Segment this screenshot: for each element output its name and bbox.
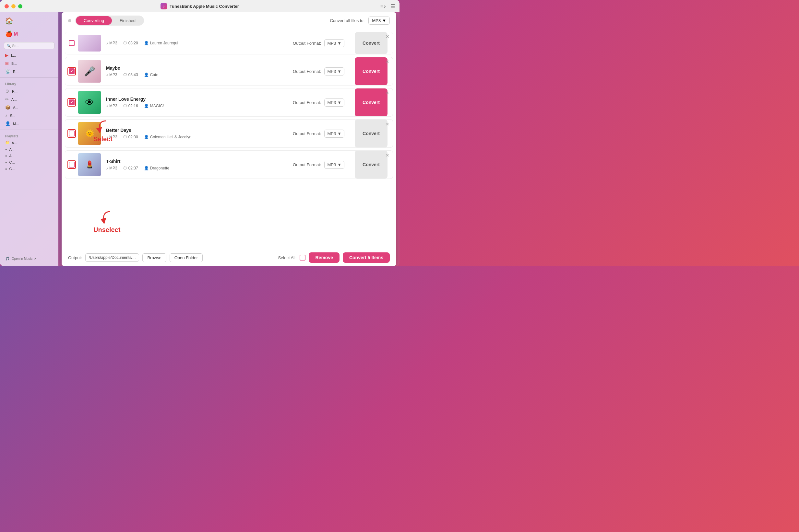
convert-all-button[interactable]: Convert 5 Items: [343, 252, 390, 263]
output-format-dropdown-2[interactable]: MP3 ▼: [324, 98, 344, 107]
title-bar-right: ≡♪ ☰: [380, 3, 395, 10]
sidebar-item-browse[interactable]: ⊞ B...: [0, 59, 58, 68]
sidebar-item-made-for-you[interactable]: 👤 M...: [0, 119, 58, 128]
app-window: ♪ TunesBank Apple Music Converter ≡♪ ☰ 🏠…: [0, 0, 399, 266]
playlist-icon-3: ≡: [5, 160, 7, 164]
song-checkbox-1[interactable]: ✓: [65, 57, 78, 85]
clock-icon: ⏱: [123, 104, 127, 108]
song-title-3: Better Days: [106, 128, 285, 133]
close-song-0[interactable]: ✕: [385, 34, 389, 39]
sidebar-logo: 🍎 M: [0, 28, 58, 40]
playlist-item-3[interactable]: ≡ A...: [0, 153, 58, 159]
song-info-1: Maybe ♪ MP3 ⏱ 03:43: [104, 57, 288, 85]
format-meta: ♪ MP3: [106, 166, 117, 170]
title-bar: ♪ TunesBank Apple Music Converter ≡♪ ☰: [0, 0, 399, 12]
open-in-music[interactable]: 🎵 Open in Music ↗: [0, 254, 58, 263]
converter-panel: Converting Finished Convert all files to…: [61, 12, 396, 266]
convert-all-format-select[interactable]: MP3 ▼: [368, 17, 390, 25]
sidebar: 🏠 🍎 M 🔍 Se... ▶ L... ⊞ B... 📡 R...: [0, 12, 58, 266]
folder-icon: 📁: [5, 140, 10, 145]
convert-button-3[interactable]: Convert: [355, 119, 387, 147]
person-icon: 👤: [144, 166, 149, 170]
music-note-icon: 🎵: [5, 256, 10, 261]
song-checkbox-3[interactable]: [65, 119, 78, 147]
close-song-3[interactable]: ✕: [385, 121, 389, 127]
chevron-down-icon: ▼: [382, 18, 386, 23]
output-format-dropdown-3[interactable]: MP3 ▼: [324, 130, 344, 138]
play-icon: ▶: [5, 53, 8, 58]
tab-converting[interactable]: Converting: [76, 16, 112, 25]
sidebar-item-artists[interactable]: ✏ A...: [0, 95, 58, 103]
song-meta-2: ♪ MP3 ⏱ 02:16 👤 MAGIC!: [106, 104, 285, 108]
app-icon: ♪: [161, 3, 167, 10]
duration-meta: ⏱ 03:20: [123, 41, 138, 45]
browse-button[interactable]: Browse: [142, 253, 166, 262]
music-note-icon: ♪: [106, 73, 108, 77]
clock-icon: ⏱: [123, 73, 127, 77]
sidebar-home-icon[interactable]: 🏠: [0, 15, 58, 26]
playlist-item-5[interactable]: ≡ C...: [0, 166, 58, 172]
convert-button-1[interactable]: Convert: [355, 57, 387, 85]
checkbox-4[interactable]: [69, 162, 75, 168]
sidebar-item-listen[interactable]: ▶ L...: [0, 51, 58, 59]
queue-icon[interactable]: ≡♪: [380, 3, 386, 10]
open-folder-button[interactable]: Open Folder: [169, 253, 203, 262]
song-card-0: ♪ MP3 ⏱ 03:20 👤 Lauren Jauregui: [65, 32, 393, 54]
tab-group: Converting Finished: [75, 16, 144, 25]
output-path: /Users/apple/Documents/...: [85, 253, 140, 262]
format-meta: ♪ MP3: [106, 135, 117, 139]
song-checkbox-4[interactable]: [65, 151, 78, 178]
song-card-4: 💄 T-Shirt ♪ MP3 ⏱ 02:: [65, 150, 393, 179]
tab-finished[interactable]: Finished: [112, 16, 143, 25]
minimize-button[interactable]: [11, 4, 16, 8]
format-meta: ♪ MP3: [106, 73, 117, 77]
checkbox-0[interactable]: [69, 40, 75, 46]
sidebar-item-songs[interactable]: ♪ S...: [0, 111, 58, 119]
chevron-down-icon: ▼: [337, 131, 342, 136]
chevron-down-icon: ▼: [337, 162, 342, 167]
song-checkbox-2[interactable]: ✓: [65, 89, 78, 116]
checkbox-2[interactable]: ✓: [69, 99, 75, 105]
convert-button-2[interactable]: Convert: [355, 89, 387, 116]
artist-meta: 👤 MAGIC!: [144, 104, 164, 108]
song-meta-4: ♪ MP3 ⏱ 02:37 👤 Dragonette: [106, 166, 285, 170]
music-note-icon: ♪: [106, 41, 108, 45]
checkbox-3[interactable]: [69, 131, 75, 136]
close-song-4[interactable]: ✕: [385, 153, 389, 158]
sidebar-item-recently[interactable]: ⏱ R...: [0, 87, 58, 95]
close-button[interactable]: [4, 4, 9, 8]
menu-icon[interactable]: ☰: [391, 3, 395, 10]
artist-meta: 👤 Coleman Hell & Jocelyn ...: [144, 135, 196, 139]
duration-meta: ⏱ 03:43: [123, 73, 138, 77]
person-icon: 👤: [5, 121, 11, 126]
checkbox-1[interactable]: ✓: [69, 68, 75, 74]
duration-meta: ⏱ 02:30: [123, 135, 138, 139]
close-song-2[interactable]: ✕: [385, 90, 389, 96]
playlist-item-4[interactable]: ≡ C...: [0, 159, 58, 166]
person-icon: 👤: [144, 73, 149, 77]
song-icon: ♪: [5, 113, 7, 118]
song-format-section-0: Output Format: MP3 ▼: [288, 32, 349, 54]
maximize-button[interactable]: [18, 4, 22, 8]
remove-button[interactable]: Remove: [309, 252, 339, 263]
search-icon: 🔍: [7, 44, 11, 48]
sidebar-search[interactable]: 🔍 Se...: [4, 42, 54, 49]
sidebar-item-radio[interactable]: 📡 R...: [0, 68, 58, 75]
artist-meta: 👤 Dragonette: [144, 166, 169, 170]
converter-topbar: Converting Finished Convert all files to…: [61, 12, 396, 29]
right-panel: 6 ★ Beach House 2:29 ••• 7 ... 2:48 ••• …: [58, 12, 399, 266]
convert-button-0[interactable]: Convert: [355, 32, 387, 54]
clock-icon: ⏱: [123, 166, 127, 170]
song-checkbox-0[interactable]: [65, 32, 78, 54]
song-meta-1: ♪ MP3 ⏱ 03:43 👤 Cate: [106, 73, 285, 77]
output-format-dropdown-0[interactable]: MP3 ▼: [324, 39, 344, 47]
convert-button-4[interactable]: Convert: [355, 151, 387, 178]
playlist-item-1[interactable]: 📁 A...: [0, 139, 58, 146]
sidebar-item-albums[interactable]: 📦 A...: [0, 103, 58, 111]
song-info-3: Better Days ♪ MP3 ⏱ 02:30: [104, 119, 288, 147]
playlist-item-2[interactable]: ≡ A...: [0, 146, 58, 153]
output-format-dropdown-4[interactable]: MP3 ▼: [324, 161, 344, 169]
close-song-1[interactable]: ✕: [385, 59, 389, 64]
output-format-dropdown-1[interactable]: MP3 ▼: [324, 68, 344, 75]
select-all-checkbox[interactable]: [299, 255, 306, 261]
